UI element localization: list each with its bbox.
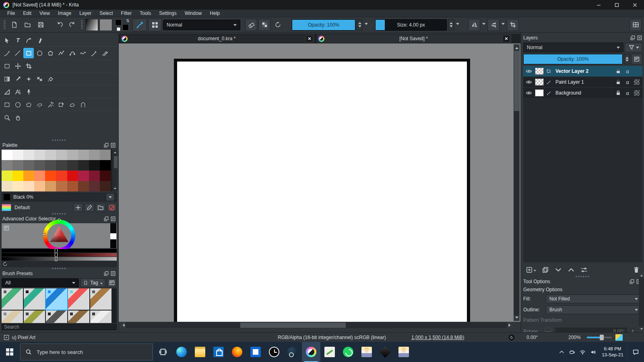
opacity-slider[interactable]: Opacity: 100% (292, 19, 355, 31)
toolbar-handle[interactable] (81, 20, 83, 30)
palette-swatch[interactable] (56, 150, 67, 160)
save-palette-button[interactable] (96, 203, 105, 212)
taskbar-app-text-editor[interactable] (320, 342, 339, 362)
opacity-options-caret[interactable] (364, 19, 369, 31)
tool-options-header[interactable]: Tool Options (523, 278, 642, 285)
text-tool[interactable]: T (12, 35, 23, 45)
dynamic-brush-tool[interactable] (89, 48, 99, 58)
layer-row[interactable]: Backgroundα (523, 88, 642, 99)
brush-preset-pencil-white[interactable] (90, 311, 111, 323)
freehand-path-tool[interactable] (78, 48, 88, 58)
inherit-alpha-toggle[interactable] (632, 79, 642, 85)
scroll-left-arrow[interactable] (120, 322, 126, 328)
layer-filter-button[interactable] (625, 43, 642, 52)
outline-select[interactable]: Brush (546, 305, 642, 314)
shade-bar[interactable] (2, 257, 117, 261)
palette-swatch[interactable] (45, 150, 56, 160)
fill-select[interactable]: Not Filled (546, 294, 642, 303)
palette-swatch[interactable] (2, 150, 12, 160)
taskbar-app-krita[interactable] (302, 342, 320, 362)
taskbar-app-mail[interactable] (246, 342, 265, 362)
search-input[interactable] (36, 349, 132, 356)
taskbar-app-file-explorer[interactable] (191, 342, 209, 362)
selection-status-icon[interactable] (3, 334, 10, 341)
brush-presets-header[interactable]: Brush Presets (0, 270, 118, 277)
palette-swatch[interactable] (12, 150, 23, 160)
layer-blend-mode-select[interactable]: Normal (523, 43, 623, 52)
palette-swatch[interactable] (34, 181, 45, 191)
selected-color-row[interactable]: Black 0% (2, 193, 117, 202)
palette-swatch[interactable] (89, 160, 100, 171)
palette-swatch[interactable] (67, 160, 78, 171)
smart-patch-tool[interactable] (23, 74, 34, 84)
rectangle-tool[interactable] (23, 48, 34, 58)
brush-search-field[interactable]: Search (2, 324, 117, 330)
close-docker-icon[interactable] (110, 142, 116, 148)
polygon-tool[interactable] (45, 48, 56, 58)
gradient-tool[interactable] (2, 74, 12, 84)
brush-preset-pixel-art-pen-blue[interactable] (46, 288, 67, 310)
battery-icon[interactable] (567, 342, 577, 362)
canvas-rotation-reset[interactable] (508, 334, 515, 341)
brush-preset-ink-pen-brown[interactable] (90, 288, 111, 310)
foreground-color-swatch[interactable] (115, 19, 122, 26)
palette-swatch[interactable] (45, 181, 56, 191)
layer-row[interactable]: Paint Layer 1α (523, 77, 642, 88)
preset-filter-select[interactable]: All (2, 278, 79, 287)
background-color-swatch[interactable] (122, 24, 129, 31)
brush-preset-pixel-checker-red[interactable] (68, 288, 89, 310)
float-docker-icon[interactable] (629, 279, 635, 284)
select-polygonal-tool[interactable] (23, 99, 34, 110)
layer-thumbnail[interactable] (535, 68, 544, 75)
canvas-viewport[interactable] (119, 43, 520, 322)
new-document-button[interactable] (8, 19, 20, 31)
layer-visibility-toggle[interactable] (524, 68, 534, 74)
tab-close-button[interactable] (306, 35, 313, 42)
select-freehand-tool[interactable] (34, 99, 45, 110)
palette-swatch[interactable] (2, 160, 12, 171)
palette-swatch[interactable] (67, 171, 78, 181)
palette-docker-handle[interactable] (0, 139, 118, 142)
zoom-tool[interactable] (2, 112, 12, 123)
save-button[interactable] (35, 19, 47, 31)
float-docker-icon[interactable] (630, 35, 636, 41)
layer-visibility-toggle[interactable] (524, 79, 534, 85)
palette-swatch[interactable] (12, 171, 23, 181)
view-mode-button[interactable] (615, 334, 623, 341)
add-color-button[interactable] (73, 203, 83, 212)
measure-tool[interactable] (2, 86, 12, 97)
palette-grid[interactable] (2, 150, 117, 191)
menu-help[interactable]: Help (206, 10, 224, 17)
mirror-horizontal-caret[interactable] (481, 19, 486, 31)
saturation-value-triangle[interactable] (49, 225, 70, 246)
shade-bar[interactable] (2, 249, 117, 253)
select-similar-color-tool[interactable] (56, 99, 66, 110)
menu-layer[interactable]: Layer (75, 10, 95, 17)
shade-strips[interactable] (110, 223, 116, 248)
palette-swatch[interactable] (34, 160, 45, 171)
float-docker-icon[interactable] (103, 216, 109, 222)
line-tool[interactable] (12, 48, 23, 58)
brush-preset-pen-olive[interactable] (24, 311, 45, 323)
blend-mode-select[interactable]: Normal (163, 20, 240, 30)
bezier-curve-tool[interactable] (67, 48, 77, 58)
layer-lock-toggle[interactable] (613, 68, 623, 74)
palette-swatch[interactable] (56, 160, 67, 171)
brush-preset-stamp-gear-cream[interactable] (2, 311, 23, 323)
ellipse-tool[interactable] (34, 48, 45, 58)
shade-selector-bars[interactable] (2, 249, 117, 261)
taskbar-app-image-viewer-2[interactable] (394, 342, 413, 362)
layer-properties-button[interactable] (580, 266, 588, 274)
palette-swatch[interactable] (67, 150, 78, 160)
polyline-tool[interactable] (56, 48, 66, 58)
tool-options-handle[interactable] (521, 275, 644, 278)
taskbar-app-firefox[interactable] (228, 342, 246, 362)
minimize-button[interactable] (590, 0, 608, 10)
transform-tool[interactable] (2, 61, 12, 71)
palette-swatch[interactable] (12, 160, 23, 171)
color-selector-area[interactable] (2, 223, 117, 248)
zoom-slider-knob[interactable] (600, 335, 604, 340)
taskbar-app-edge[interactable] (172, 342, 191, 362)
scroll-right-arrow[interactable] (507, 322, 513, 328)
palette-swatch[interactable] (89, 181, 100, 191)
